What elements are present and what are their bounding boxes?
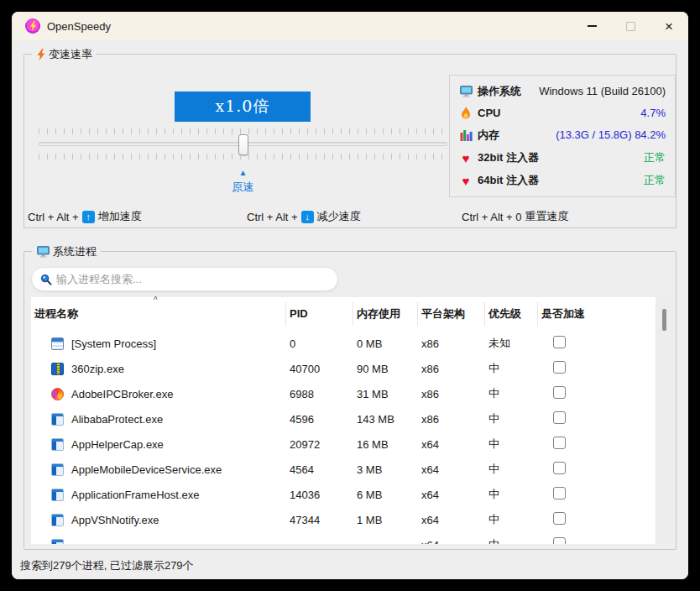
process-memory: 6 MB — [353, 489, 418, 501]
app-window: OpenSpeedy × 变速速率 x1.0倍 — [12, 12, 688, 579]
info-label: CPU — [478, 107, 500, 119]
process-priority: 中 — [485, 512, 538, 527]
minimize-icon — [588, 25, 597, 26]
minimize-button[interactable] — [572, 12, 611, 40]
speed-multiplier-button[interactable]: x1.0倍 — [175, 92, 311, 122]
process-row[interactable]: AdobeIPCBroker.exe 6988 31 MB x86 中 — [31, 381, 656, 406]
process-row[interactable]: AppleMobileDeviceService.exe 4564 3 MB x… — [31, 457, 656, 482]
process-arch: x64 — [418, 539, 485, 545]
process-name: AlibabaProtect.exe — [71, 413, 163, 426]
info-label: 内存 — [478, 128, 499, 143]
process-arch: x86 — [418, 413, 485, 426]
system-info-panel: 操作系统 Windows 11 (Build 26100) CPU 4.7% 内… — [449, 75, 676, 197]
speed-slider[interactable] — [39, 128, 447, 162]
process-icon — [51, 337, 64, 350]
process-table: ^ 进程名称 PID 内存使用 平台架构 优先级 是否加速 [System Pr… — [31, 297, 672, 544]
maximize-icon — [626, 22, 635, 31]
process-row[interactable]: ApplicationFrameHost.exe 14036 6 MB x64 … — [31, 482, 656, 507]
process-icon — [51, 363, 64, 375]
down-arrow-key-icon: ↓ — [301, 211, 314, 223]
window-controls: × — [572, 12, 688, 40]
process-name: AppVShNotify.exe — [71, 514, 159, 526]
accelerate-checkbox[interactable] — [553, 537, 566, 544]
process-pid: 0 — [286, 337, 353, 350]
process-memory: 143 MB — [353, 413, 418, 426]
process-pid: 6988 — [286, 388, 353, 400]
process-search-box[interactable] — [31, 267, 338, 291]
process-priority: 未知 — [485, 336, 538, 351]
system-info-row: ♥ 64bit 注入器 正常 — [459, 173, 666, 188]
accelerate-checkbox[interactable] — [553, 361, 566, 374]
monitor-icon — [459, 85, 473, 98]
info-value: (13.3G / 15.8G) 84.2% — [556, 128, 666, 141]
monitor-icon — [36, 245, 50, 259]
close-button[interactable]: × — [650, 12, 688, 40]
process-arch: x64 — [418, 463, 485, 476]
process-row[interactable]: AppVShNotify.exe 47344 1 MB x64 中 — [31, 507, 656, 532]
process-row[interactable]: AlibabaProtect.exe 4596 143 MB x86 中 — [31, 406, 656, 431]
process-memory: 1 MB — [353, 514, 418, 526]
column-header-name[interactable]: 进程名称 — [31, 302, 286, 326]
system-info-row: 操作系统 Windows 11 (Build 26100) — [459, 84, 666, 99]
main-content: 变速速率 x1.0倍 ▲ 原速 操作系统 Windows 11 (Build 2… — [12, 40, 688, 554]
process-pid: 4564 — [286, 463, 353, 476]
info-value: 正常 — [644, 150, 666, 165]
speed-rate-group-label: 变速速率 — [32, 47, 97, 62]
process-name: 360zip.exe — [71, 363, 124, 375]
system-process-group: 系统进程 ^ 进程名称 PID 内存使用 平台架构 优先级 — [24, 251, 676, 550]
process-memory: 90 MB — [353, 363, 418, 375]
app-logo-icon — [25, 18, 40, 34]
search-input[interactable] — [56, 273, 329, 285]
process-priority: 中 — [485, 462, 538, 477]
process-row[interactable]: [System Process] 0 0 MB x86 未知 — [31, 331, 656, 356]
accelerate-checkbox[interactable] — [553, 336, 566, 348]
process-icon — [51, 539, 64, 545]
maximize-button[interactable] — [611, 12, 650, 40]
process-memory: 3 MB — [353, 463, 418, 476]
accelerate-checkbox[interactable] — [553, 411, 566, 424]
process-row[interactable]: x64 中 — [31, 532, 656, 544]
process-priority: 中 — [485, 411, 538, 426]
accelerate-checkbox[interactable] — [553, 512, 566, 525]
column-header-pid[interactable]: PID — [286, 302, 353, 326]
accelerate-checkbox[interactable] — [553, 487, 566, 499]
process-name: AppHelperCap.exe — [71, 438, 164, 451]
accelerate-checkbox[interactable] — [553, 437, 566, 449]
scrollbar-thumb[interactable] — [662, 309, 666, 331]
table-scrollbar[interactable] — [656, 297, 672, 544]
slider-ticks-bottom — [39, 154, 447, 160]
window-title: OpenSpeedy — [47, 20, 111, 33]
process-priority: 中 — [485, 361, 538, 376]
process-icon — [51, 438, 64, 451]
column-header-arch[interactable]: 平台架构 — [418, 302, 485, 326]
close-icon: × — [665, 19, 673, 34]
system-info-row: CPU 4.7% — [459, 107, 666, 120]
heart-icon: ♥ — [459, 174, 473, 187]
process-priority: 中 — [485, 487, 538, 502]
process-row[interactable]: 360zip.exe 40700 90 MB x86 中 — [31, 356, 656, 381]
lightning-icon — [36, 48, 45, 61]
process-row[interactable]: AppHelperCap.exe 20972 16 MB x64 中 — [31, 431, 656, 457]
titlebar[interactable]: OpenSpeedy × — [12, 12, 688, 40]
slider-handle[interactable] — [238, 134, 248, 155]
hotkey-hints: Ctrl + Alt + ↑ 增加速度 Ctrl + Alt + ↓ 减少速度 … — [24, 209, 676, 224]
accelerate-checkbox[interactable] — [553, 462, 566, 474]
process-arch: x86 — [418, 337, 485, 350]
accelerate-checkbox[interactable] — [553, 386, 566, 399]
up-triangle-icon: ▲ — [39, 169, 447, 177]
flame-icon — [459, 107, 473, 120]
column-header-priority[interactable]: 优先级 — [485, 302, 538, 326]
process-icon — [51, 463, 64, 476]
process-memory: 0 MB — [353, 337, 418, 350]
column-header-memory[interactable]: 内存使用 — [353, 302, 418, 326]
heart-icon: ♥ — [462, 152, 470, 165]
heart-icon: ♥ — [462, 175, 470, 187]
process-icon — [51, 413, 64, 426]
sort-caret-icon: ^ — [154, 296, 158, 305]
column-header-accelerate[interactable]: 是否加速 — [538, 302, 656, 326]
process-pid: 40700 — [286, 363, 353, 375]
hotkey-decrease-speed: Ctrl + Alt + ↓ 减少速度 — [247, 209, 361, 224]
process-pid: 4596 — [286, 413, 353, 426]
system-process-group-label: 系统进程 — [32, 244, 101, 259]
process-name: AdobeIPCBroker.exe — [71, 388, 173, 400]
